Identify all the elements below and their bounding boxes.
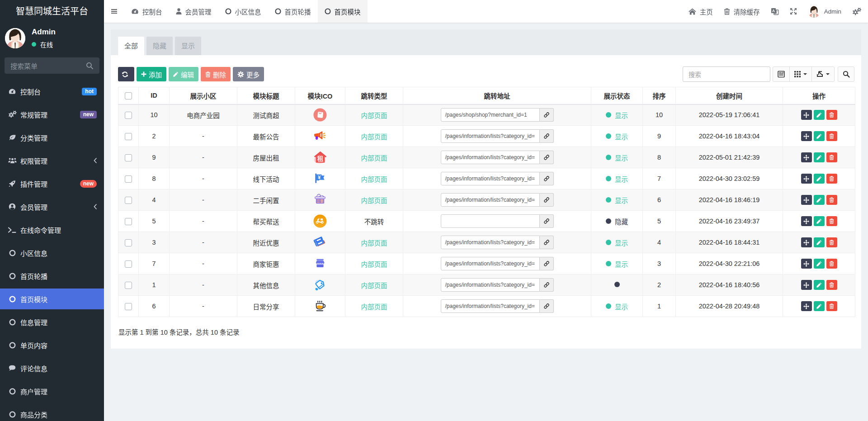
svg-text:租: 租 (317, 155, 323, 162)
svg-text:文: 文 (774, 10, 778, 14)
svg-text:¥: ¥ (318, 175, 321, 180)
